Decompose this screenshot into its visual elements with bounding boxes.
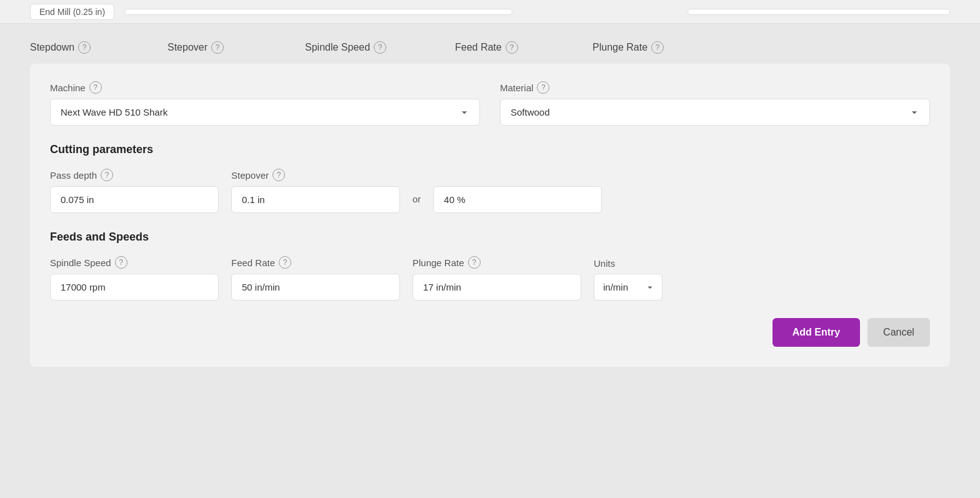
material-select[interactable]: SoftwoodHardwoodPlywoodMDFAluminumAcryli… [500, 99, 930, 126]
spindle-speed-label-row: Spindle Speed ? [50, 256, 219, 269]
tool-label: End Mill (0.25 in) [30, 4, 114, 20]
cutting-params-section: Cutting parameters Pass depth ? Stepover… [50, 143, 930, 213]
pass-depth-label-row: Pass depth ? [50, 169, 219, 181]
material-group: Material ? SoftwoodHardwoodPlywoodMDFAlu… [500, 81, 930, 126]
material-label-row: Material ? [500, 81, 930, 94]
spindle-speed-label: Spindle Speed [50, 257, 111, 268]
main-card: Machine ? Next Wave HD 510 SharkShapeoko… [30, 64, 950, 367]
machine-label-row: Machine ? [50, 81, 480, 94]
pass-depth-input[interactable] [50, 186, 219, 213]
or-label: or [412, 194, 421, 213]
plunge-rate-group: Plunge Rate ? [412, 256, 581, 301]
col-header-stepover: Stepover ? [168, 41, 305, 54]
plunge-rate-label: Plunge Rate [412, 257, 464, 268]
pass-depth-label: Pass depth [50, 170, 97, 181]
feeds-speeds-row: Spindle Speed ? Feed Rate ? Plunge Rate … [50, 256, 930, 301]
feed-rate-group: Feed Rate ? [231, 256, 400, 301]
feed-rate-input[interactable] [231, 274, 400, 301]
col-header-spindle: Spindle Speed ? [305, 41, 455, 54]
feed-rate-help-icon[interactable]: ? [279, 256, 291, 269]
stepover-help-icon[interactable]: ? [211, 41, 224, 54]
feedrate-label: Feed Rate [455, 42, 502, 53]
stepover-in-label: Stepover [231, 170, 269, 181]
top-bar-right [688, 9, 950, 15]
cutting-params-row: Pass depth ? Stepover ? or [50, 169, 930, 213]
units-select[interactable]: in/minmm/min [594, 274, 662, 301]
feeds-speeds-title: Feeds and Speeds [50, 231, 930, 244]
material-label: Material [500, 82, 533, 93]
add-entry-button[interactable]: Add Entry [772, 318, 860, 347]
col-header-plunge: Plunge Rate ? [592, 41, 730, 54]
spindle-speed-group: Spindle Speed ? [50, 256, 219, 301]
plunge-rate-help-icon[interactable]: ? [468, 256, 481, 269]
units-group: Units in/minmm/min [594, 258, 662, 301]
stepover-pct-input[interactable] [433, 186, 602, 213]
top-bar: End Mill (0.25 in) [0, 0, 980, 24]
top-bar-input [124, 9, 512, 15]
feeds-speeds-section: Feeds and Speeds Spindle Speed ? Feed Ra… [50, 231, 930, 301]
machine-material-row: Machine ? Next Wave HD 510 SharkShapeoko… [50, 81, 930, 126]
columns-header: Stepdown ? Stepover ? Spindle Speed ? Fe… [0, 24, 980, 64]
cancel-button[interactable]: Cancel [868, 318, 930, 347]
spindle-speed-input[interactable] [50, 274, 219, 301]
pass-depth-help-icon[interactable]: ? [101, 169, 113, 181]
stepover-in-input[interactable] [231, 186, 400, 213]
machine-label: Machine [50, 82, 86, 93]
stepover-pct-group [433, 169, 602, 213]
machine-select[interactable]: Next Wave HD 510 SharkShapeoko 3X-CarveN… [50, 99, 480, 126]
plunge-rate-label-row: Plunge Rate ? [412, 256, 581, 269]
machine-help-icon[interactable]: ? [89, 81, 102, 94]
plunge-rate-input[interactable] [412, 274, 581, 301]
cutting-params-title: Cutting parameters [50, 143, 930, 156]
feed-rate-label-row: Feed Rate ? [231, 256, 400, 269]
units-label: Units [594, 258, 662, 269]
machine-group: Machine ? Next Wave HD 510 SharkShapeoko… [50, 81, 480, 126]
col-header-feedrate: Feed Rate ? [455, 41, 592, 54]
spindle-label: Spindle Speed [305, 42, 370, 53]
stepover-in-help-icon[interactable]: ? [272, 169, 285, 181]
feedrate-help-icon[interactable]: ? [506, 41, 518, 54]
material-help-icon[interactable]: ? [537, 81, 549, 94]
plunge-label: Plunge Rate [592, 42, 648, 53]
spindle-speed-help-icon[interactable]: ? [115, 256, 128, 269]
feed-rate-label: Feed Rate [231, 257, 275, 268]
spindle-help-icon[interactable]: ? [374, 41, 386, 54]
stepover-in-label-row: Stepover ? [231, 169, 400, 181]
stepdown-help-icon[interactable]: ? [78, 41, 91, 54]
stepover-in-group: Stepover ? [231, 169, 400, 213]
stepover-label: Stepover [168, 42, 208, 53]
col-header-stepdown: Stepdown ? [30, 41, 168, 54]
plunge-help-icon[interactable]: ? [651, 41, 664, 54]
pass-depth-group: Pass depth ? [50, 169, 219, 213]
buttons-row: Add Entry Cancel [50, 318, 930, 347]
stepdown-label: Stepdown [30, 42, 74, 53]
